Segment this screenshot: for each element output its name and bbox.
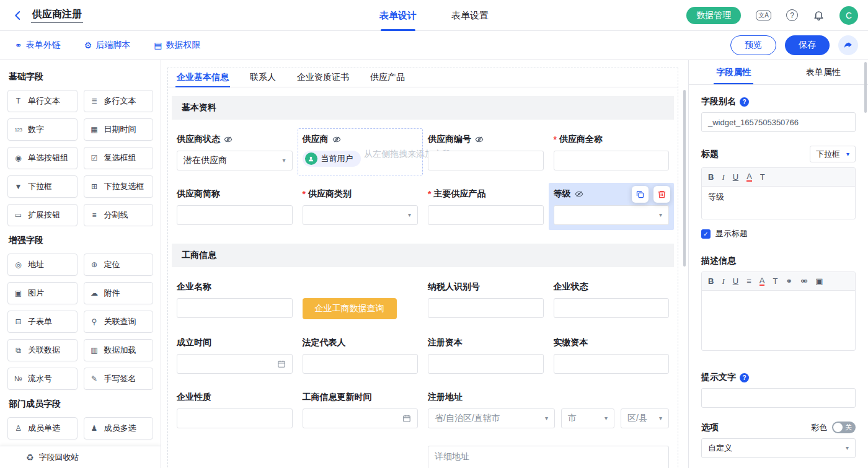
underline-icon[interactable]: U <box>733 173 738 181</box>
widget-grade[interactable]: 等级 ▾ <box>549 183 675 230</box>
widget-taxpayer-id[interactable]: 纳税人识别号 <box>423 276 549 324</box>
supplier-no-input[interactable] <box>428 151 544 170</box>
supplier-fullname-input[interactable] <box>554 151 670 170</box>
widget-biz-query-button[interactable]: 企业工商数据查询 <box>298 276 423 324</box>
sidebar-item-datetime[interactable]: ▦日期时间 <box>84 118 154 141</box>
tab-form-settings[interactable]: 表单设置 <box>451 0 489 31</box>
taxpayer-id-input[interactable] <box>428 298 544 318</box>
color-toggle-switch[interactable]: 关 <box>832 422 856 433</box>
sidebar-item-image[interactable]: ▣图片 <box>7 282 78 304</box>
tab-qualification-certs[interactable]: 企业资质证书 <box>296 68 350 87</box>
tab-supply-products[interactable]: 供应产品 <box>369 68 406 87</box>
widget-supplier-shortname[interactable]: 供应商简称 <box>172 183 298 230</box>
sidebar-item-data-load[interactable]: ▥数据加载 <box>84 339 154 361</box>
help-icon[interactable]: ? <box>740 373 749 382</box>
biz-update-time-input[interactable] <box>303 408 418 428</box>
widget-supplier-no[interactable]: 供应商编号 <box>423 128 549 175</box>
sidebar-item-radio-group[interactable]: ◉单选按钮组 <box>7 147 78 169</box>
back-button[interactable] <box>11 9 25 22</box>
tab-contacts[interactable]: 联系人 <box>249 68 277 87</box>
widget-company-nature[interactable]: 企业性质 <box>172 386 298 433</box>
company-nature-input[interactable] <box>177 408 293 428</box>
widget-supplier-category[interactable]: *供应商类别 ▾ <box>298 183 423 230</box>
company-name-input[interactable] <box>177 298 293 318</box>
font-size-icon[interactable]: T <box>773 277 777 285</box>
current-user-tag[interactable]: 当前用户 <box>303 151 361 167</box>
hint-text-input[interactable] <box>701 388 856 408</box>
copy-widget-button[interactable] <box>632 186 649 203</box>
section-header-basic[interactable]: 基本资料 <box>172 96 674 120</box>
font-color-icon[interactable]: A <box>746 172 752 182</box>
widget-registered-capital[interactable]: 注册资本 <box>423 332 549 379</box>
widget-registered-address[interactable]: 注册地址 省/自治区/直辖市▾ 市▾ 区/县▾ <box>423 386 674 433</box>
legal-person-input[interactable] <box>303 354 418 374</box>
district-select[interactable]: 区/县▾ <box>621 408 669 428</box>
sidebar-item-member-single[interactable]: ♙成员单选 <box>7 417 78 439</box>
widget-supplier-status[interactable]: 供应商状态 潜在供应商▾ <box>172 128 298 175</box>
sidebar-item-checkbox-group[interactable]: ☑复选框组 <box>84 147 154 169</box>
registered-capital-input[interactable] <box>428 354 544 374</box>
widget-company-status[interactable]: 企业状态 <box>549 276 675 324</box>
field-alias-input[interactable]: _widget_1657505350766 <box>701 112 856 132</box>
city-select[interactable]: 市▾ <box>561 408 614 428</box>
remove-link-icon[interactable]: ⚮ <box>800 277 807 285</box>
italic-icon[interactable]: I <box>722 277 724 285</box>
grade-select[interactable]: ▾ <box>554 205 670 225</box>
biz-data-query-button[interactable]: 企业工商数据查询 <box>303 298 397 319</box>
address-detail-textarea[interactable]: 详细地址 <box>428 446 669 468</box>
widget-supplier-fullname[interactable]: *供应商全称 <box>549 128 675 175</box>
main-products-input[interactable] <box>428 205 544 225</box>
tab-company-basic-info[interactable]: 企业基本信息 <box>175 68 230 87</box>
supplier-status-select[interactable]: 潜在供应商▾ <box>177 151 293 170</box>
widget-main-products[interactable]: *主要供应产品 <box>423 183 549 230</box>
insert-link-icon[interactable]: ⚭ <box>786 277 792 285</box>
data-permission-button[interactable]: ▤ 数据权限 <box>154 40 200 51</box>
province-select[interactable]: 省/自治区/直辖市▾ <box>428 408 555 428</box>
notification-bell-icon[interactable] <box>813 9 825 21</box>
sidebar-item-multi-line-text[interactable]: ≣多行文本 <box>84 90 154 112</box>
data-manage-button[interactable]: 数据管理 <box>686 7 741 24</box>
supplier-shortname-input[interactable] <box>177 205 293 225</box>
section-header-business[interactable]: 工商信息 <box>172 244 674 267</box>
bold-icon[interactable]: B <box>708 277 714 285</box>
sidebar-item-attachment[interactable]: ☁附件 <box>84 282 154 304</box>
widget-legal-person[interactable]: 法定代表人 <box>298 332 423 379</box>
insert-image-icon[interactable]: ▣ <box>815 277 823 285</box>
tab-form-design[interactable]: 表单设计 <box>379 0 417 31</box>
options-source-select[interactable]: 自定义 ▾ <box>701 438 856 458</box>
window-scrollbar[interactable] <box>864 62 867 113</box>
user-avatar[interactable]: C <box>839 6 858 25</box>
company-status-input[interactable] <box>554 298 670 318</box>
bold-icon[interactable]: B <box>708 173 714 181</box>
field-recycle-bin[interactable]: ♻ 字段回收站 <box>0 446 161 468</box>
sidebar-item-dropdown[interactable]: ▼下拉框 <box>7 175 78 198</box>
sidebar-item-number[interactable]: 123数字 <box>7 118 78 141</box>
widget-supplier[interactable]: 供应商 当前用户 <box>298 128 423 175</box>
tab-field-properties[interactable]: 字段属性 <box>689 60 779 84</box>
widget-address-detail[interactable]: 详细地址 <box>423 441 674 468</box>
sidebar-item-extension-button[interactable]: ▭扩展按钮 <box>7 204 78 226</box>
sidebar-item-member-multi[interactable]: ♟成员多选 <box>84 417 154 439</box>
sidebar-item-related-query[interactable]: ⚲关联查询 <box>84 311 154 333</box>
widget-type-select[interactable]: 下拉框 ▾ <box>810 146 856 162</box>
underline-icon[interactable]: U <box>733 277 738 285</box>
supplier-category-select[interactable]: ▾ <box>303 205 418 225</box>
widget-biz-update-time[interactable]: 工商信息更新时间 <box>298 386 423 433</box>
title-editor-content[interactable]: 等级 <box>702 187 855 219</box>
font-color-icon[interactable]: A <box>760 276 765 286</box>
sidebar-item-signature[interactable]: ✎手写签名 <box>84 368 154 390</box>
tab-form-properties[interactable]: 表单属性 <box>779 60 868 84</box>
sidebar-item-address[interactable]: ◎地址 <box>7 254 78 276</box>
sidebar-item-dropdown-multi[interactable]: ⊞下拉复选框 <box>84 175 154 198</box>
established-date-input[interactable] <box>177 354 293 374</box>
show-title-checkbox[interactable]: ✓ <box>701 229 711 239</box>
save-button[interactable]: 保存 <box>785 35 830 55</box>
sidebar-item-divider[interactable]: ≡分割线 <box>84 204 154 226</box>
sidebar-item-serial-number[interactable]: №流水号 <box>7 368 78 390</box>
preview-button[interactable]: 预览 <box>730 35 776 55</box>
sidebar-item-location[interactable]: ⊕定位 <box>84 254 154 276</box>
paidin-capital-input[interactable] <box>554 354 670 374</box>
font-size-icon[interactable]: T <box>760 173 765 181</box>
sidebar-item-subform[interactable]: ⊟子表单 <box>7 311 78 333</box>
share-button[interactable] <box>838 35 858 55</box>
